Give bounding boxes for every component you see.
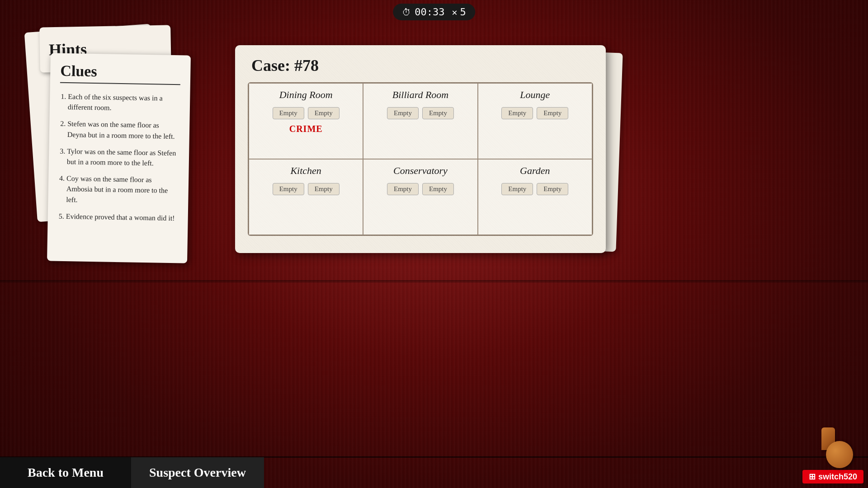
room-kitchen: Kitchen Empty Empty <box>249 159 363 235</box>
switch-logo: ⊞ switch520 <box>802 427 863 483</box>
timer-display: ⏱ 00:33 <box>402 6 444 18</box>
rooms-grid: Dining Room Empty Empty CRIME Billiard R… <box>248 82 593 236</box>
slot-kitchen-1[interactable]: Empty <box>273 183 304 195</box>
floor-divider <box>0 280 868 283</box>
room-name-billiard: Billiard Room <box>392 89 448 101</box>
clue-item-4: Coy was on the same floor as Ambosia but… <box>66 173 179 206</box>
slot-dining-2[interactable]: Empty <box>308 107 340 119</box>
clues-card: Clues Each of the six suspects was in a … <box>47 53 191 263</box>
slot-billiard-1[interactable]: Empty <box>387 107 419 119</box>
slot-billiard-2[interactable]: Empty <box>422 107 454 119</box>
case-title: Case: #78 <box>248 56 593 75</box>
room-conservatory: Conservatory Empty Empty <box>363 159 477 235</box>
room-lounge: Lounge Empty Empty <box>478 83 592 159</box>
clue-item-5: Evidence proved that a woman did it! <box>66 211 178 224</box>
slot-conservatory-1[interactable]: Empty <box>387 183 419 195</box>
switch-icon: ⊞ <box>809 472 816 482</box>
stamp-circle <box>826 441 853 468</box>
lives-display: ✕ 5 <box>452 6 466 18</box>
room-name-garden: Garden <box>520 165 550 177</box>
switch-brand-name: switch520 <box>818 472 857 482</box>
room-dining-room: Dining Room Empty Empty CRIME <box>249 83 363 159</box>
timer-value: 00:33 <box>415 6 444 18</box>
room-slots-conservatory: Empty Empty <box>387 183 454 195</box>
slot-lounge-2[interactable]: Empty <box>537 107 568 119</box>
room-name-kitchen: Kitchen <box>290 165 321 177</box>
suspect-overview-button[interactable]: Suspect Overview <box>131 457 264 488</box>
slot-garden-1[interactable]: Empty <box>501 183 533 195</box>
slot-kitchen-2[interactable]: Empty <box>308 183 340 195</box>
room-garden: Garden Empty Empty <box>478 159 592 235</box>
back-to-menu-button[interactable]: Back to Menu <box>0 457 131 488</box>
switch-badge: ⊞ switch520 <box>802 470 863 483</box>
room-slots-kitchen: Empty Empty <box>273 183 340 195</box>
clue-item-1: Each of the six suspects was in a differ… <box>68 91 180 114</box>
clue-item-3: Tylor was on the same floor as Stefen bu… <box>67 146 179 169</box>
room-slots-dining: Empty Empty <box>273 107 340 119</box>
case-board: Case: #78 Dining Room Empty Empty CRIME … <box>235 45 606 253</box>
room-slots-lounge: Empty Empty <box>501 107 568 119</box>
bottom-buttons: Back to Menu Suspect Overview <box>0 457 264 488</box>
clues-title: Clues <box>60 62 181 85</box>
slot-conservatory-2[interactable]: Empty <box>422 183 454 195</box>
lives-value: 5 <box>460 6 466 18</box>
room-name-lounge: Lounge <box>520 89 550 101</box>
timer-bar: ⏱ 00:33 ✕ 5 <box>393 4 475 20</box>
x-icon: ✕ <box>452 7 457 18</box>
slot-lounge-1[interactable]: Empty <box>501 107 533 119</box>
room-billiard-room: Billiard Room Empty Empty <box>363 83 477 159</box>
clock-icon: ⏱ <box>402 7 411 18</box>
room-slots-billiard: Empty Empty <box>387 107 454 119</box>
room-name-dining: Dining Room <box>279 89 333 101</box>
slot-garden-2[interactable]: Empty <box>537 183 568 195</box>
room-name-conservatory: Conservatory <box>393 165 448 177</box>
crime-label: CRIME <box>289 124 323 134</box>
clue-item-2: Stefen was on the same floor as Deyna bu… <box>67 118 180 141</box>
stamp-icon <box>812 427 853 468</box>
clues-list: Each of the six suspects was in a differ… <box>58 91 180 223</box>
room-slots-garden: Empty Empty <box>501 183 568 195</box>
slot-dining-1[interactable]: Empty <box>273 107 304 119</box>
